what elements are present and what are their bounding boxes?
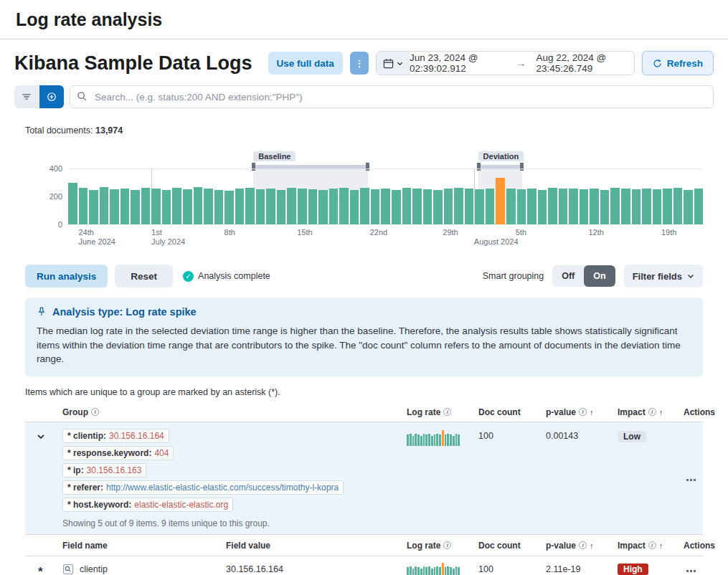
histogram-bar [663,189,672,224]
plus-in-circle-icon [47,92,57,102]
field-search-icon[interactable] [62,564,74,575]
histogram-bar [412,189,422,224]
histogram-bar [298,189,307,224]
group-badge[interactable]: * response.keyword: 404 [62,446,174,460]
deviation-brush[interactable]: Deviation [478,151,522,168]
search-input[interactable] [70,85,714,108]
col-p-value[interactable]: p-value ↑ [546,407,618,417]
group-badge[interactable]: * clientip: 30.156.16.164 [62,429,169,443]
info-icon[interactable] [648,541,656,549]
histogram-bar [653,189,662,224]
toolbar: Kibana Sample Data Logs Use full data ⋮ … [14,51,714,75]
histogram-bar [89,190,98,224]
showing-note: Showing 5 out of 9 items. 9 items unique… [62,518,270,528]
histogram-bar [224,191,234,224]
search-icon [77,91,88,102]
end-date[interactable]: Aug 22, 2024 @ 23:45:26.749 [536,52,633,74]
info-icon[interactable] [443,408,451,416]
x-tick-label: 12th [588,228,603,237]
histogram-bar [151,189,161,224]
toggle-on-button[interactable]: On [584,265,615,287]
brush-label: Baseline [253,151,296,161]
calendar-menu-button[interactable] [377,52,410,75]
date-range-values: Jun 23, 2024 @ 02:39:02.912 → Aug 22, 20… [410,52,634,74]
plot-row: 0200400 [24,168,703,224]
histogram-bar [350,190,359,224]
total-documents-label: Total documents: [25,125,93,136]
group-badge[interactable]: * host.keyword: elastic-elastic-elastic.… [62,498,233,512]
col-impact[interactable]: Impact ↑ [618,407,684,417]
histogram-bar [486,189,495,224]
filter-fields-button[interactable]: Filter fields [624,265,703,288]
histogram-bar [590,189,599,224]
total-documents-value: 13,974 [95,125,123,136]
histogram-bar [423,189,432,224]
histogram-bar [68,183,77,224]
histogram-bar [444,189,453,224]
histogram-bar [517,189,526,224]
use-full-data-button[interactable]: Use full data [268,52,343,75]
collapse-group-button[interactable] [32,428,49,445]
plot-area [68,168,703,224]
histogram-bar [131,190,140,224]
y-tick-label: 200 [49,192,62,201]
sample-size-menu-button[interactable]: ⋮ [350,52,369,75]
chevron-down-icon [687,272,694,280]
data-view-title: Kibana Sample Data Logs [14,52,252,75]
chevron-down-icon [37,432,45,441]
x-axis: 24th1st8th15th22nd29th5th12th19thJune 20… [68,224,703,249]
histogram-bar [392,190,401,224]
histogram-bar [256,189,265,224]
histogram-bar [548,188,557,224]
col-p-value[interactable]: p-value ↑ [546,541,618,551]
row-actions-button[interactable] [684,476,699,484]
histogram-bar [600,190,610,224]
histogram-bar [110,189,119,224]
histogram-bar [318,190,328,224]
histogram-bar [496,178,505,224]
group-badge[interactable]: * ip: 30.156.16.163 [62,463,146,477]
log-rate-sparkline [407,563,460,575]
row-actions-button[interactable] [684,567,699,575]
histogram-bar [204,189,213,224]
col-log-rate: Log rate [407,541,478,551]
histogram-bar [402,188,412,224]
sort-asc-icon: ↑ [659,541,663,550]
y-axis: 0200400 [24,168,68,224]
sort-asc-icon: ↑ [590,541,594,550]
info-icon[interactable] [579,541,587,549]
p-value: 2.11e-19 [546,564,618,574]
group-badge[interactable]: * referer: http://www.elastic-elastic-el… [62,480,344,495]
histogram-bar [433,190,443,224]
histogram-bar [308,189,318,224]
histogram-bar [120,189,130,224]
log-rate-sparkline [407,430,460,446]
info-icon[interactable] [648,408,656,416]
analysis-status: ✓ Analysis complete [183,271,270,282]
histogram-bar [694,189,704,224]
reset-button[interactable]: Reset [115,265,173,288]
toggle-off-button[interactable]: Off [552,265,584,287]
info-icon[interactable] [443,541,451,549]
filters-button[interactable] [14,85,39,108]
smart-grouping-toggle: Off On [552,265,615,287]
histogram-bar [610,188,620,224]
date-range-picker[interactable]: Jun 23, 2024 @ 02:39:02.912 → Aug 22, 20… [376,51,635,75]
baseline-brush[interactable]: Baseline [253,151,368,168]
histogram-bar [360,188,369,224]
info-icon[interactable] [91,408,99,416]
col-impact[interactable]: Impact ↑ [618,541,684,551]
x-tick-label: 5th [516,228,526,237]
page-title: Log rate analysis [16,9,162,30]
pin-icon [37,307,47,317]
x-month-label: August 2024 [474,237,519,246]
info-icon[interactable] [579,408,587,416]
col-actions: Actions [684,541,722,551]
unique-asterisk: * [38,570,43,574]
run-analysis-button[interactable]: Run analysis [25,265,108,288]
callout-title-row: Analysis type: Log rate spike [37,306,691,318]
analysis-type-callout: Analysis type: Log rate spike The median… [25,298,703,376]
start-date[interactable]: Jun 23, 2024 @ 02:39:02.912 [410,52,506,74]
refresh-button[interactable]: Refresh [642,51,714,75]
add-filter-button[interactable] [39,85,64,108]
